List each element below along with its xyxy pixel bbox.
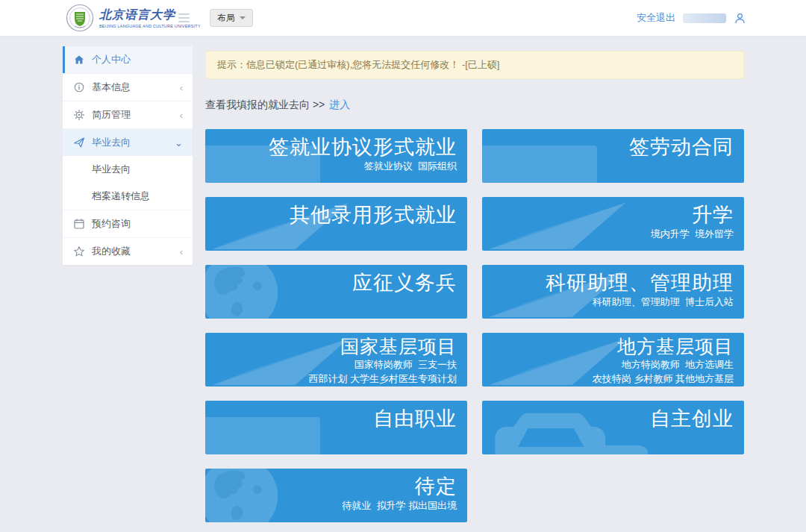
card-title: 待定	[342, 475, 457, 498]
sidebar-item-my-favorites[interactable]: 我的收藏 ‹	[63, 237, 193, 265]
destination-card-7[interactable]: 地方基层项目 地方特岗教师 地方选调生农技特岗 乡村教师 其他地方基层	[482, 333, 744, 387]
card-title: 自由职业	[373, 407, 457, 431]
card-subtitle: 待就业 拟升学 拟出国出境	[342, 500, 457, 513]
chevron-down-icon	[240, 16, 246, 22]
card-subtitle: 地方特岗教师 地方选调生	[593, 359, 734, 372]
destination-card-5[interactable]: 科研助理、管理助理 科研助理、管理助理 博士后入站	[482, 265, 744, 319]
globe-icon	[205, 265, 280, 319]
view-destination-line: 查看我填报的就业去向 >>进入	[205, 98, 744, 112]
chevron-icon: ⌄	[175, 138, 183, 148]
home-icon	[73, 54, 85, 66]
chevron-icon: ‹	[180, 247, 183, 257]
destination-card-4[interactable]: 应征义务兵	[205, 265, 467, 319]
university-seal-icon	[66, 4, 94, 32]
destination-card-3[interactable]: 升学 境内升学 境外留学	[482, 197, 744, 251]
destination-card-grid: 签就业协议形式就业 签就业协议 国际组织 签劳动合同 其他录用形式就业 升学 境…	[205, 129, 744, 522]
destination-card-8[interactable]: 自由职业	[205, 401, 467, 454]
layout-dropdown-label: 布局	[217, 12, 235, 25]
card-title: 自主创业	[650, 407, 734, 431]
paperplane-icon	[485, 200, 638, 249]
sidebar-item-basic-info[interactable]: 基本信息 ‹	[63, 73, 193, 101]
destination-card-10[interactable]: 待定 待就业 拟升学 拟出国出境	[205, 469, 467, 522]
sidebar-item-graduation-destination[interactable]: 毕业去向 ⌄	[63, 128, 193, 156]
sidebar-item-label: 简历管理	[92, 108, 131, 122]
info-icon	[73, 81, 85, 93]
chevron-icon: ‹	[180, 110, 183, 120]
page: 北京语言大学 BEIJING LANGUAGE AND CULTURE UNIV…	[0, 0, 806, 532]
menu-toggle-icon[interactable]	[178, 13, 190, 25]
sidebar-item-label: 基本信息	[92, 81, 131, 94]
sidebar-item-label: 我的收藏	[92, 245, 131, 258]
car-icon	[485, 410, 658, 454]
card-title: 升学	[651, 204, 734, 227]
card-title: 应征义务兵	[352, 272, 457, 295]
logout-link[interactable]: 安全退出	[637, 11, 675, 25]
monitor-icon	[205, 417, 344, 454]
card-subtitle: 国家特岗教师 三支一扶	[308, 359, 457, 372]
card-subtitle: 农技特岗 乡村教师 其他地方基层	[593, 373, 734, 386]
destination-card-1[interactable]: 签劳动合同	[482, 129, 744, 183]
card-title: 科研助理、管理助理	[546, 272, 734, 295]
card-title: 国家基层项目	[308, 336, 457, 357]
destination-card-2[interactable]: 其他录用形式就业	[205, 197, 467, 251]
sidebar-item-label: 毕业去向	[92, 136, 131, 149]
destination-card-0[interactable]: 签就业协议形式就业 签就业协议 国际组织	[205, 129, 467, 183]
card-title: 地方基层项目	[593, 336, 734, 357]
sidebar-item-label: 档案递转信息	[92, 190, 150, 203]
card-subtitle: 西部计划 大学生乡村医生专项计划	[308, 373, 457, 386]
globe-icon	[205, 469, 280, 522]
layout-dropdown[interactable]: 布局	[210, 9, 253, 27]
sidebar-item-graduation-destination-sub[interactable]: 毕业去向	[63, 156, 193, 183]
destination-card-6[interactable]: 国家基层项目 国家特岗教师 三支一扶西部计划 大学生乡村医生专项计划	[205, 333, 467, 387]
card-title: 其他录用形式就业	[290, 204, 457, 227]
top-header: 北京语言大学 BEIJING LANGUAGE AND CULTURE UNIV…	[0, 0, 806, 37]
username-redacted	[683, 13, 726, 23]
enter-link[interactable]: 进入	[329, 98, 350, 110]
card-subtitle: 科研助理、管理助理 博士后入站	[546, 296, 734, 309]
card-subtitle: 境内升学 境外留学	[651, 228, 734, 241]
sidebar-item-appointment-consult[interactable]: 预约咨询	[63, 210, 193, 237]
view-destination-text: 查看我填报的就业去向 >>	[205, 98, 325, 110]
destination-card-9[interactable]: 自主创业	[482, 401, 744, 454]
notice-banner: 提示：信息已锁定(已通过审核),您将无法提交任何修改！ -[已上硕]	[205, 51, 744, 79]
sidebar-item-label: 个人中心	[92, 53, 131, 66]
sidebar-item-resume-management[interactable]: 简历管理 ‹	[63, 101, 193, 128]
sidebar-item-label: 毕业去向	[92, 163, 131, 176]
star-icon	[73, 245, 85, 257]
calendar-icon	[73, 218, 85, 230]
notice-text: 提示：信息已锁定(已通过审核),您将无法提交任何修改！ -[已上硕]	[217, 58, 499, 72]
gear-icon	[73, 109, 85, 121]
main-content: 提示：信息已锁定(已通过审核),您将无法提交任何修改！ -[已上硕] 查看我填报…	[205, 51, 744, 522]
user-icon[interactable]	[734, 12, 746, 25]
sidebar-item-archive-transfer-info[interactable]: 档案递转信息	[63, 183, 193, 210]
sidebar-item-label: 预约咨询	[92, 217, 131, 231]
chevron-icon: ‹	[180, 83, 183, 93]
card-title: 签就业协议形式就业	[269, 136, 457, 159]
send-icon	[73, 137, 85, 148]
card-subtitle: 签就业协议 国际组织	[269, 160, 457, 173]
sidebar: 个人中心 基本信息 ‹ 简历管理 ‹ 毕业去向 ⌄ 毕业去向 档案递转信息 预约…	[63, 46, 193, 265]
card-title: 签劳动合同	[629, 136, 734, 159]
sidebar-item-personal-center[interactable]: 个人中心	[63, 46, 193, 73]
monitor-icon	[482, 145, 621, 183]
